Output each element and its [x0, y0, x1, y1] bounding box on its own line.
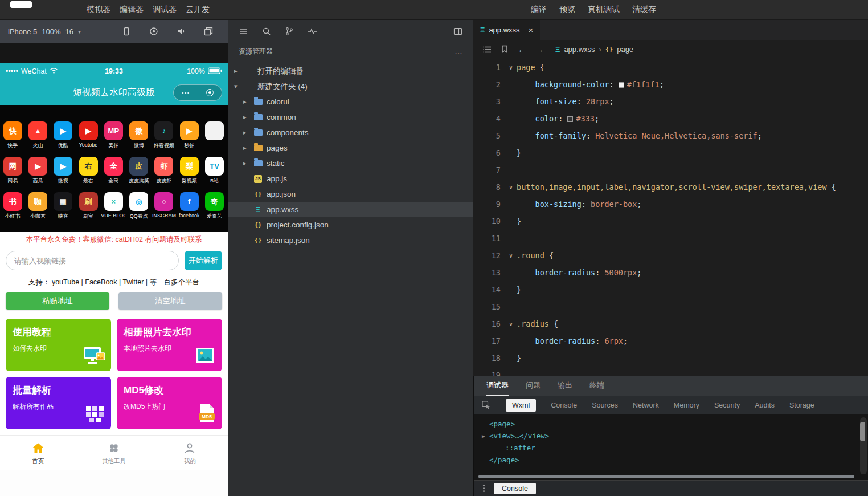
platform-item[interactable]: ♪好看视频 — [152, 121, 177, 157]
menu-clear-cache[interactable]: 清缓存 — [632, 5, 656, 15]
more-icon[interactable]: ••• — [182, 90, 190, 96]
drawer-tab-console[interactable]: Console — [494, 483, 536, 494]
platform-item[interactable]: MP美拍 — [101, 121, 126, 157]
platform-item[interactable]: 右最右 — [76, 157, 101, 192]
platform-item[interactable]: ffacebook — [177, 192, 202, 227]
activity-icon[interactable] — [308, 27, 318, 36]
devtools-tab-network[interactable]: Network — [633, 401, 659, 409]
inspect-icon[interactable] — [482, 401, 491, 410]
menu-editor[interactable]: 编辑器 — [120, 5, 144, 15]
tree-item-app-json[interactable]: {}app.json — [228, 186, 473, 202]
wxml-node[interactable]: <page> — [474, 418, 868, 430]
platform-item[interactable]: 网网易 — [0, 157, 25, 192]
devtools-tab-memory[interactable]: Memory — [674, 401, 699, 409]
breadcrumb-item[interactable]: app.wxss — [564, 45, 595, 54]
fold-arrow-icon[interactable]: ∨ — [505, 64, 517, 71]
platform-item[interactable]: ▶微视 — [51, 157, 76, 192]
parse-button[interactable]: 开始解析 — [185, 251, 222, 270]
devtools-tab-security[interactable]: Security — [714, 401, 740, 409]
platform-item[interactable]: 虾皮皮虾 — [152, 157, 177, 192]
wxml-node[interactable]: ::after — [474, 442, 868, 454]
platform-item[interactable]: 奇爱奇艺 — [202, 192, 227, 227]
platform-item[interactable]: ▶Youtobe — [76, 121, 101, 157]
panel-tab-output[interactable]: 输出 — [558, 380, 572, 396]
tree-item-app-wxss[interactable]: Ξapp.wxss — [228, 202, 473, 217]
devtools-tab-sources[interactable]: Sources — [592, 401, 618, 409]
tree-item-new-folder[interactable]: ▾新建文件夹 (4) — [228, 79, 473, 94]
tabbar-profile[interactable]: 我的 — [152, 436, 228, 470]
fold-arrow-icon[interactable]: ∨ — [505, 321, 517, 327]
menu-compile[interactable]: 编译 — [531, 5, 547, 15]
tabbar-home[interactable]: 首页 — [0, 436, 76, 470]
platform-item[interactable] — [202, 121, 227, 157]
platform-item[interactable]: ◎QQ看点 — [126, 192, 151, 227]
tree-item-pages[interactable]: ▸pages — [228, 140, 473, 156]
platform-item[interactable]: ▶优酷 — [51, 121, 76, 157]
expand-arrow-icon[interactable]: ▶ — [482, 433, 489, 439]
screenshot-icon[interactable] — [204, 27, 213, 36]
platform-item[interactable]: 皮皮皮搞笑 — [126, 157, 151, 192]
split-editor-icon[interactable] — [453, 27, 462, 36]
vertical-scrollbar[interactable] — [860, 417, 867, 474]
device-selector[interactable]: iPhone 5 100% 16 ▾ — [8, 27, 81, 36]
platform-item[interactable]: 微微博 — [126, 121, 151, 157]
tree-item-colorui[interactable]: ▸colorui — [228, 94, 473, 109]
forward-arrow-icon[interactable]: → — [535, 44, 544, 54]
platform-item[interactable]: ▶西瓜 — [25, 157, 50, 192]
platform-item[interactable]: ▶秒拍 — [177, 121, 202, 157]
batch-parse-card[interactable]: 批量解析解析所有作品 — [6, 377, 111, 429]
devtools-tab-console[interactable]: Console — [551, 401, 577, 409]
platform-item[interactable]: TVB站 — [202, 157, 227, 192]
clear-address-button[interactable]: 清空地址 — [118, 292, 222, 310]
platform-item[interactable]: ○INSGRAM — [152, 192, 177, 227]
platform-item[interactable]: 刷刷宝 — [76, 192, 101, 227]
vertical-dots-icon[interactable] — [483, 487, 485, 489]
platform-item[interactable]: ▲火山 — [25, 121, 50, 157]
devtools-tab-storage[interactable]: Storage — [789, 401, 814, 409]
platform-item[interactable]: 快快手 — [0, 121, 25, 157]
more-actions-icon[interactable]: … — [455, 47, 462, 56]
tutorial-card[interactable]: 使用教程如何去水印 — [6, 319, 111, 371]
scrollbar-thumb[interactable] — [860, 422, 865, 441]
menu-cloud-dev[interactable]: 云开发 — [186, 5, 210, 15]
horizontal-scrollbar[interactable] — [478, 475, 854, 478]
platform-item[interactable]: 全全民 — [101, 157, 126, 192]
menu-debugger[interactable]: 调试器 — [153, 5, 177, 15]
breadcrumb-item[interactable]: page — [617, 45, 633, 54]
md5-modify-card[interactable]: MD5修改改MD5上热门MD5 — [117, 377, 222, 429]
tree-item-sitemap-json[interactable]: {}sitemap.json — [228, 233, 473, 248]
tab-app-wxss[interactable]: Ξ app.wxss × — [473, 20, 540, 40]
video-link-input[interactable] — [6, 251, 179, 270]
close-icon[interactable]: × — [529, 25, 534, 35]
fold-arrow-icon[interactable]: ∨ — [505, 253, 517, 259]
bookmark-icon[interactable] — [501, 45, 509, 54]
panel-tab-debugger[interactable]: 调试器 — [486, 380, 509, 396]
tree-item-common[interactable]: ▸common — [228, 109, 473, 125]
tree-item-components[interactable]: ▸components — [228, 125, 473, 140]
platform-item[interactable]: ▦映客 — [51, 192, 76, 227]
platform-item[interactable]: 书小红书 — [0, 192, 25, 227]
menu-real-device-debug[interactable]: 真机调试 — [588, 5, 620, 15]
tree-item-app-js[interactable]: JSapp.js — [228, 171, 473, 186]
platform-item[interactable]: ×VUE BLOG — [101, 192, 126, 227]
paste-address-button[interactable]: 粘贴地址 — [6, 292, 109, 310]
menu-icon[interactable] — [239, 27, 248, 36]
devtools-tab-audits[interactable]: Audits — [755, 401, 775, 409]
search-icon[interactable] — [262, 27, 271, 36]
back-arrow-icon[interactable]: ← — [518, 44, 526, 54]
album-watermark-card[interactable]: 相册照片去水印本地照片去水印 — [117, 319, 222, 371]
capsule-button[interactable]: ••• — [173, 84, 222, 101]
wxml-node[interactable]: </page> — [474, 454, 868, 466]
device-icon[interactable] — [122, 27, 131, 36]
git-branch-icon[interactable] — [285, 27, 294, 36]
exit-target-icon[interactable] — [206, 89, 214, 96]
panel-tab-issues[interactable]: 问题 — [526, 380, 541, 396]
tree-item-static[interactable]: ▸static — [228, 156, 473, 171]
devtools-tab-wxml[interactable]: Wxml — [506, 399, 536, 412]
menu-preview[interactable]: 预览 — [559, 5, 575, 15]
sound-icon[interactable] — [177, 27, 186, 36]
platform-item[interactable]: 咖小咖秀 — [25, 192, 50, 227]
screen-record-icon[interactable] — [149, 27, 158, 36]
menu-simulator[interactable]: 模拟器 — [87, 5, 110, 15]
tree-item-open-editors[interactable]: ▸打开的编辑器 — [228, 63, 473, 79]
